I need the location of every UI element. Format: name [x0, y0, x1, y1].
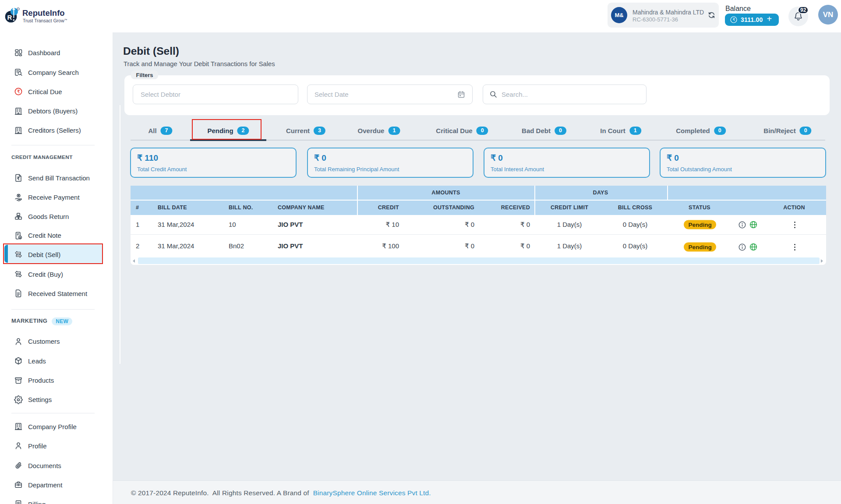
- svg-text:₹: ₹: [732, 18, 735, 22]
- svg-text:₹: ₹: [17, 89, 20, 94]
- svg-text:R: R: [7, 14, 12, 21]
